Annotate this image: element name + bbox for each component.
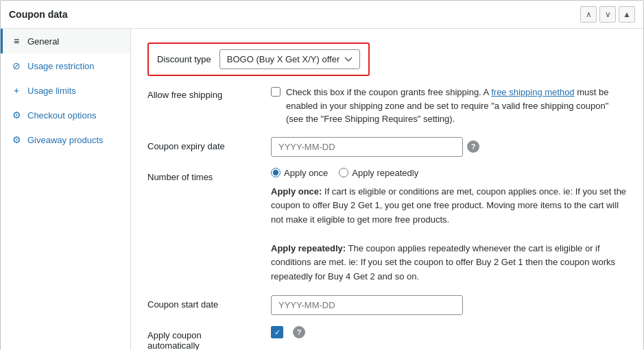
apply-coupon-help-icon[interactable]: ? bbox=[293, 326, 305, 338]
sidebar-item-checkout-options[interactable]: ⚙ Checkout options bbox=[1, 103, 130, 127]
apply-once-text: Apply once bbox=[284, 168, 328, 178]
sidebar-item-usage-limits[interactable]: + Usage limits bbox=[1, 78, 130, 103]
sidebar: ≡ General ⊘ Usage restriction + Usage li… bbox=[1, 29, 131, 350]
usage-restriction-icon: ⊘ bbox=[11, 60, 22, 71]
apply-repeatedly-text: Apply repeatedly bbox=[352, 168, 418, 178]
general-icon: ≡ bbox=[11, 36, 22, 47]
checkout-options-icon: ⚙ bbox=[11, 110, 22, 121]
apply-coupon-checkbox[interactable]: ✓ bbox=[271, 326, 283, 338]
window-title: Coupon data bbox=[9, 9, 68, 20]
apply-once-label[interactable]: Apply once bbox=[271, 168, 328, 178]
apply-coupon-label-line1: Apply coupon bbox=[147, 330, 202, 340]
sidebar-item-general-label: General bbox=[27, 36, 59, 47]
discount-type-select[interactable]: BOGO (Buy X Get X/Y) offer Percentage di… bbox=[219, 49, 360, 69]
number-of-times-row: Number of times Apply once Apply repeate… bbox=[147, 168, 627, 285]
apply-repeatedly-label[interactable]: Apply repeatedly bbox=[339, 168, 418, 178]
free-shipping-text: Check this box if the coupon grants free… bbox=[286, 86, 627, 126]
sidebar-item-general[interactable]: ≡ General bbox=[1, 29, 130, 53]
coupon-expiry-date-row: ? bbox=[271, 137, 627, 157]
usage-limits-icon: + bbox=[11, 85, 22, 96]
apply-coupon-label: Apply coupon automatically bbox=[147, 326, 271, 350]
coupon-auto-row: ✓ ? bbox=[271, 326, 627, 338]
window-controls: ∧ ∨ ▲ bbox=[580, 6, 635, 23]
apply-repeatedly-bold: Apply repeatedly: bbox=[271, 243, 346, 253]
sidebar-item-usage-limits-label: Usage limits bbox=[27, 86, 76, 96]
free-shipping-desc-part1: Check this box if the coupon grants free… bbox=[286, 87, 491, 97]
apply-once-radio[interactable] bbox=[271, 168, 281, 177]
apply-description: Apply once: If cart is eligible or condi… bbox=[271, 185, 627, 285]
radio-group: Apply once Apply repeatedly bbox=[271, 168, 627, 178]
apply-coupon-row: Apply coupon automatically ✓ ? bbox=[147, 326, 627, 350]
apply-repeatedly-radio[interactable] bbox=[339, 168, 348, 177]
expand-button[interactable]: ▲ bbox=[619, 6, 635, 23]
coupon-start-input[interactable] bbox=[271, 295, 463, 315]
coupon-expiry-row: Coupon expiry date ? bbox=[147, 137, 627, 157]
free-shipping-label: Allow free shipping bbox=[147, 86, 271, 100]
apply-coupon-label-line2: automatically bbox=[147, 340, 200, 350]
sidebar-item-giveaway-products[interactable]: ⚙ Giveaway products bbox=[1, 127, 130, 152]
discount-type-row: Discount type BOGO (Buy X Get X/Y) offer… bbox=[147, 42, 627, 76]
free-shipping-input-row: Check this box if the coupon grants free… bbox=[271, 86, 627, 126]
free-shipping-checkbox[interactable] bbox=[271, 87, 281, 97]
coupon-expiry-field: ? bbox=[271, 137, 627, 157]
sidebar-item-checkout-options-label: Checkout options bbox=[27, 110, 96, 121]
sidebar-item-usage-restriction[interactable]: ⊘ Usage restriction bbox=[1, 53, 130, 78]
coupon-expiry-label: Coupon expiry date bbox=[147, 137, 271, 151]
discount-type-highlighted: Discount type BOGO (Buy X Get X/Y) offer… bbox=[147, 42, 370, 76]
free-shipping-field: Check this box if the coupon grants free… bbox=[271, 86, 627, 126]
collapse-up-button[interactable]: ∧ bbox=[580, 6, 597, 23]
coupon-start-field bbox=[271, 295, 627, 315]
sidebar-item-usage-restriction-label: Usage restriction bbox=[27, 61, 95, 71]
number-of-times-field: Apply once Apply repeatedly Apply once: … bbox=[271, 168, 627, 285]
discount-type-label: Discount type bbox=[157, 54, 211, 64]
apply-coupon-field: ✓ ? bbox=[271, 326, 627, 338]
coupon-start-label: Coupon start date bbox=[147, 295, 271, 310]
number-of-times-label: Number of times bbox=[147, 168, 271, 182]
titlebar: Coupon data ∧ ∨ ▲ bbox=[1, 1, 643, 29]
free-shipping-link[interactable]: free shipping method bbox=[491, 87, 574, 97]
giveaway-products-icon: ⚙ bbox=[11, 134, 22, 145]
apply-once-desc: If cart is eligible or conditions are me… bbox=[271, 186, 626, 225]
coupon-expiry-help-icon[interactable]: ? bbox=[467, 140, 479, 153]
free-shipping-row: Allow free shipping Check this box if th… bbox=[147, 86, 627, 126]
coupon-expiry-input[interactable] bbox=[271, 137, 463, 157]
main-layout: ≡ General ⊘ Usage restriction + Usage li… bbox=[1, 29, 643, 350]
coupon-data-window: Coupon data ∧ ∨ ▲ ≡ General ⊘ Usage rest… bbox=[0, 0, 644, 350]
apply-once-bold: Apply once: bbox=[271, 186, 322, 197]
content-area: Discount type BOGO (Buy X Get X/Y) offer… bbox=[131, 29, 643, 350]
collapse-down-button[interactable]: ∨ bbox=[599, 6, 616, 23]
sidebar-item-giveaway-products-label: Giveaway products bbox=[27, 135, 104, 145]
coupon-start-row: Coupon start date bbox=[147, 295, 627, 315]
